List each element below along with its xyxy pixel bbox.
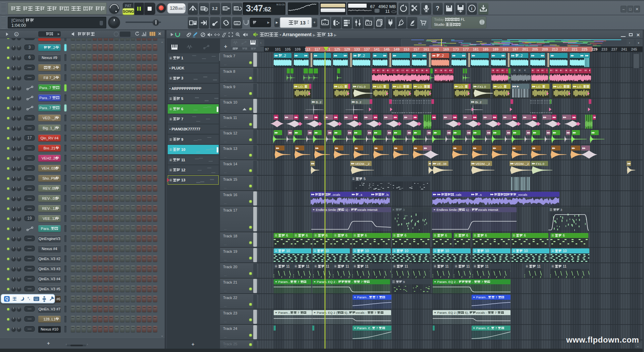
svg-text:i: i: [471, 6, 473, 11]
svg-text:3.2: 3.2: [212, 6, 218, 11]
svg-text:6: 6: [15, 33, 17, 36]
svg-text:?: ?: [436, 5, 439, 12]
